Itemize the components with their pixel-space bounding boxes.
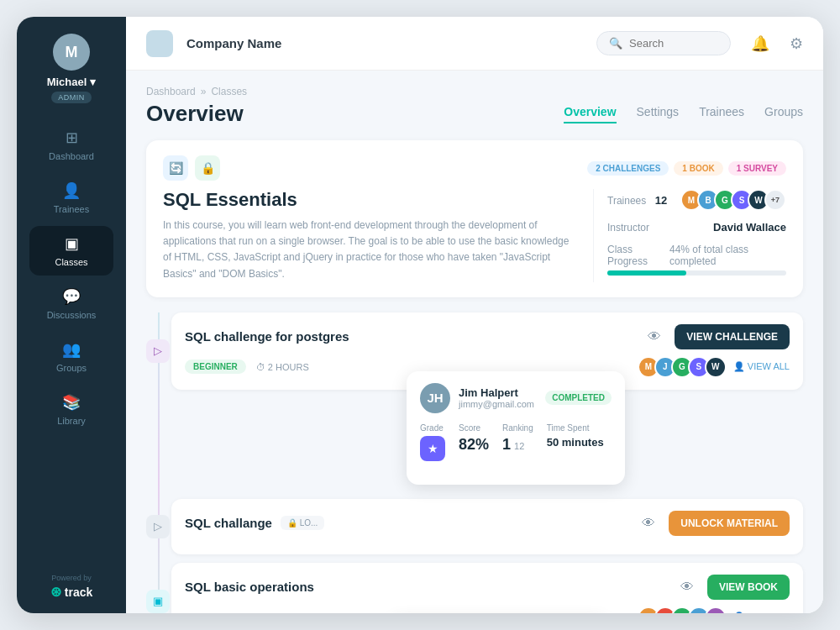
ranking-sub: 12 [514,441,524,451]
sidebar: M Michael ▾ ADMIN ⊞ Dashboard 👤 Trainees… [17,17,126,613]
sidebar-item-discussions[interactable]: 💬 Discussions [29,279,113,328]
view-book-button[interactable]: VIEW BOOK [707,575,790,600]
progress-bar-fill [607,270,686,276]
progress-row: Class Progress 44% of total class comple… [607,244,786,276]
challenge-title: SQL challenge for postgres [185,329,349,344]
company-name: Company Name [186,36,281,50]
tag-book: 1 BOOK [674,161,722,176]
search-icon: 🔍 [609,37,622,50]
book-dot: ▣ [146,590,170,613]
course-tags: 2 CHALLENGES 1 BOOK 1 SURVEY [587,161,786,176]
course-icons: 🔄 🔒 2 CHALLENGES 1 BOOK 1 SURVEY [163,155,786,181]
challenge-card-header: SQL challenge for postgres 👁 VIEW CHALLE… [185,324,790,349]
trainees-label: Trainees [607,195,646,207]
book-card: SQL basic operations 👁 VIEW BOOK ▣ 4 CHA… [171,563,803,613]
sidebar-item-dashboard[interactable]: ⊞ Dashboard [29,120,113,170]
tab-overview[interactable]: Overview [564,105,616,123]
sidebar-brand: ⊛ track [50,584,92,600]
sidebar-label: Discussions [47,310,97,320]
popup-stats: Grade ★ Score 82% Ranking 1 [420,423,612,465]
book-footer: ▣ 4 CHAPTERS M F G B C 👤 VIEW ALL [185,606,790,613]
popup-status: COMPLETED [545,391,612,405]
content-area: Dashboard » Classes Overview Overview Se… [126,71,823,613]
breadcrumb: Dashboard » Classes [146,86,803,97]
company-logo [146,30,173,57]
book-item: ▣ SQL basic operations 👁 VIEW BOOK ▣ 4 C… [171,563,803,613]
time-spent-value: 50 minutes [547,436,604,449]
tab-trainees[interactable]: Trainees [699,105,744,123]
beginner-badge: BEGINNER [185,360,246,374]
page-title: Overview [146,101,244,127]
search-bar[interactable]: 🔍 [596,31,731,55]
locked-card-header: SQL challange 🔒 LO... 👁 UNLOCK MATERIAL [185,511,790,536]
avatar-more: +7 [764,189,786,211]
sidebar-item-classes[interactable]: ▣ Classes [29,226,113,276]
tag-challenges: 2 CHALLENGES [587,161,669,176]
settings-icon[interactable]: ⚙ [790,34,803,53]
eye-icon[interactable]: 👁 [680,580,694,595]
dashboard-icon: ⊞ [66,129,78,147]
course-main: SQL Essentials In this course, you will … [163,189,786,282]
sidebar-label: Classes [55,257,87,267]
tab-settings[interactable]: Settings [637,105,680,123]
sidebar-item-library[interactable]: 📚 Library [29,385,113,434]
challenge-avatars: M J G S W 👤 VIEW ALL [638,356,790,378]
unlock-material-button[interactable]: UNLOCK MATERIAL [669,511,790,536]
tag-survey: 1 SURVEY [728,161,786,176]
eye-icon[interactable]: 👁 [648,329,661,344]
chapters-meta: ▣ 4 CHAPTERS [185,612,254,613]
challenge-item: ▷ SQL challenge for postgres 👁 VIEW CHAL… [171,312,803,390]
popup-email: jimmy@gmail.com [459,399,534,409]
score-value: 82% [459,436,489,454]
course-icon-sync: 🔄 [163,155,188,181]
avatar: M [53,34,90,71]
sidebar-label: Dashboard [49,151,94,161]
sidebar-item-groups[interactable]: 👥 Groups [29,332,113,381]
lock-badge: 🔒 LO... [281,516,324,530]
popup-name: Jim Halpert [459,386,534,399]
grade-badge: ★ [420,436,445,461]
discussions-icon: 💬 [62,287,81,306]
book-card-header: SQL basic operations 👁 VIEW BOOK [185,575,790,600]
page-header: Overview Overview Settings Trainees Grou… [146,101,803,127]
view-all-book-link[interactable]: 👤 VIEW ALL [733,612,790,613]
view-challenge-button[interactable]: VIEW CHALLENGE [675,324,790,349]
items-list: ▷ SQL challenge for postgres 👁 VIEW CHAL… [146,312,803,613]
search-input[interactable] [629,37,718,50]
course-info: SQL Essentials In this course, you will … [163,189,576,282]
instructor-label: Instructor [607,222,649,234]
popup-header: JH Jim Halpert jimmy@gmail.com COMPLETED [420,383,612,413]
sidebar-label: Groups [56,363,87,373]
book-title: SQL basic operations [185,580,314,594]
locked-item: ▷ SQL challange 🔒 LO... 👁 UNLOCK MATERIA… [171,499,803,554]
header: Company Name 🔍 🔔 ⚙ [126,17,823,71]
groups-icon: 👥 [62,340,81,359]
challenge-meta: BEGINNER ⏱ 2 HOURS [185,360,309,374]
sidebar-label: Trainees [54,204,89,214]
page-tabs: Overview Settings Trainees Groups [564,105,803,123]
notification-icon[interactable]: 🔔 [751,34,769,53]
challenge-popup: JH Jim Halpert jimmy@gmail.com COMPLETED… [407,371,625,485]
instructor-row: Instructor David Wallace [607,221,786,234]
library-icon: 📚 [62,393,81,412]
trainees-icon: 👤 [62,181,81,200]
locked-card: SQL challange 🔒 LO... 👁 UNLOCK MATERIAL [171,499,803,554]
sidebar-item-trainees[interactable]: 👤 Trainees [29,173,113,223]
book-meta: ▣ 4 CHAPTERS [185,612,254,613]
classes-icon: ▣ [65,234,79,253]
sidebar-label: Library [57,416,86,426]
eye-icon[interactable]: 👁 [642,516,655,531]
tab-groups[interactable]: Groups [764,105,803,123]
challenge-dot: ▷ [146,339,170,363]
instructor-name: David Wallace [713,221,786,234]
course-description: In this course, you will learn web front… [163,218,576,282]
course-icon-lock: 🔒 [195,155,220,181]
locked-dot: ▷ [146,515,170,538]
view-all-link[interactable]: 👤 VIEW ALL [733,361,790,372]
popup-avatar: JH [420,383,450,413]
sidebar-role: ADMIN [51,92,92,103]
progress-label: Class Progress 44% of total class comple… [607,244,786,267]
course-stats: Trainees 12 M B G S W +7 [593,189,786,282]
course-card: 🔄 🔒 2 CHALLENGES 1 BOOK 1 SURVEY SQL Ess… [146,140,803,297]
course-title: SQL Essentials [163,189,576,211]
